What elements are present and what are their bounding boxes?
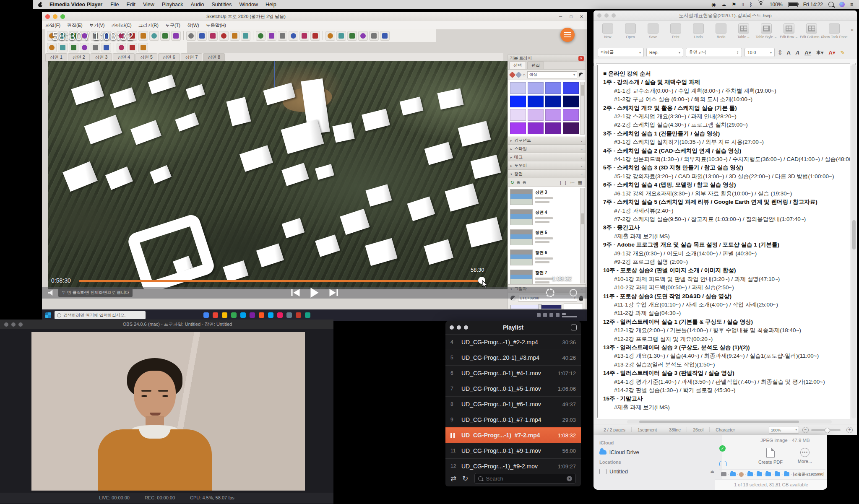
font-color-icon[interactable]: A▾ <box>828 49 837 56</box>
hwp-tool-new[interactable]: New <box>597 23 619 39</box>
tray-section-header[interactable]: ▸태그⌄ <box>508 153 586 161</box>
picture-in-picture-icon[interactable] <box>571 325 577 330</box>
forward-swatch-icon[interactable] <box>515 71 522 78</box>
shuffle-icon[interactable]: ⇄ <box>450 474 456 483</box>
tool-icon[interactable] <box>80 43 89 52</box>
playlist-search-field[interactable]: ▾ <box>474 473 576 484</box>
zoom-traffic-light[interactable] <box>18 322 23 327</box>
hwp-tool-edit-column[interactable]: Edit Column ⌄ <box>801 23 823 39</box>
battery-icon[interactable] <box>788 2 798 7</box>
menu-playback[interactable]: Playback <box>158 2 187 8</box>
style-dropdown[interactable]: 바탕글▾ <box>598 48 644 57</box>
taskbar-app-icon[interactable] <box>259 312 264 318</box>
tool-icon[interactable] <box>186 31 196 41</box>
tool-icon[interactable] <box>310 31 320 41</box>
color-swatch[interactable] <box>528 109 544 121</box>
underline-icon[interactable]: A▾ <box>803 49 812 56</box>
home-icon[interactable]: ⌂ <box>523 72 526 77</box>
airplay-icon[interactable] <box>570 289 577 296</box>
sketchup-menu-item[interactable]: 편집(E) <box>64 22 86 29</box>
action-create-pdf[interactable]: Create PDF <box>758 448 783 465</box>
wifi-icon[interactable] <box>758 2 764 7</box>
color-swatch[interactable] <box>528 96 544 107</box>
scene-tab[interactable]: 장면 7 <box>181 53 203 61</box>
taskbar-app-icon[interactable] <box>277 312 283 318</box>
windows-search-box[interactable]: 검색하려면 여기에 입력하십시오. <box>55 311 146 319</box>
color-swatch[interactable] <box>563 96 579 107</box>
tool-icon[interactable] <box>347 31 357 41</box>
sidebar-item-untitled[interactable]: Untitled⏏ <box>599 466 721 476</box>
tool-icon[interactable] <box>358 31 368 41</box>
menu-subtitles[interactable]: Subtitles <box>208 2 236 8</box>
zoom-traffic-light[interactable] <box>612 13 616 18</box>
finder-path-bar[interactable]: › › › › › › › › [권형준-21925998]21925998 권… <box>719 469 825 479</box>
tool-icon[interactable] <box>171 31 181 41</box>
materials-dropdown[interactable]: 색상▾ <box>527 71 577 78</box>
remove-scene-icon[interactable]: ⊖ <box>522 180 526 185</box>
tray-section-header[interactable]: ▸도우미⌄ <box>508 161 586 170</box>
effects-icon[interactable]: ✱▾ <box>815 49 825 56</box>
tool-icon[interactable] <box>241 31 250 41</box>
color-swatch[interactable] <box>563 109 579 121</box>
playlist-row[interactable]: 11UD_CG-Progr...0-1)_#9-1.mov56:00 <box>445 443 581 458</box>
tool-icon[interactable] <box>128 43 137 52</box>
cloud-icon[interactable]: ☁ <box>721 2 726 8</box>
repeat-icon[interactable]: ↻ <box>462 474 468 483</box>
menu-window[interactable]: Window <box>235 2 261 8</box>
rep-dropdown[interactable]: Rep.▾ <box>646 48 683 57</box>
taskbar-app-icon[interactable] <box>240 312 246 318</box>
notification-center-icon[interactable]: ≡ <box>850 2 853 8</box>
hwp-tool-table[interactable]: Table ⌄ <box>733 23 755 39</box>
font-size-dropdown[interactable]: 10.0▾ <box>744 48 775 57</box>
tray-tab-선택[interactable]: 선택 <box>509 61 526 69</box>
back-swatch-icon[interactable] <box>509 71 516 78</box>
tray-section-header[interactable]: ▸스타일⌄ <box>508 145 586 153</box>
horizontal-scrollbar[interactable] <box>627 420 832 423</box>
italic-icon[interactable]: A <box>794 49 801 56</box>
minimize-traffic-light[interactable] <box>604 13 609 18</box>
tool-icon[interactable] <box>208 31 218 41</box>
color-swatch[interactable] <box>528 82 544 94</box>
zoom-out-icon[interactable]: − <box>802 427 809 433</box>
webcam-preview[interactable] <box>31 332 305 491</box>
hwp-tool-print[interactable]: Print <box>665 23 687 39</box>
taskbar-app-icon[interactable] <box>231 312 237 318</box>
tool-icon[interactable] <box>102 43 111 52</box>
seek-bar[interactable] <box>79 280 482 282</box>
scene-tab[interactable]: 장면 4 <box>113 53 135 61</box>
hwp-tool-undo[interactable]: Undo <box>687 23 709 39</box>
sketchup-menu-item[interactable]: 카메라(C) <box>108 22 135 29</box>
tool-icon[interactable] <box>91 43 100 52</box>
taskbar-app-icon[interactable] <box>213 312 218 318</box>
scene-list-item[interactable]: 장면 3 <box>508 187 586 207</box>
zoom-in-icon[interactable]: + <box>846 427 853 433</box>
scene-tab[interactable]: 장면 5 <box>135 53 157 61</box>
taskbar-app-icon[interactable] <box>305 312 310 318</box>
zoom-dropdown[interactable]: 100%▾ <box>769 426 799 434</box>
search-input[interactable] <box>485 475 565 482</box>
vertical-scrollbar[interactable] <box>851 64 856 418</box>
playlist-row[interactable]: 8UD_CG-Progr...0-1)_#6-1.mov49:37 <box>445 396 581 412</box>
taskbar-app-icon[interactable] <box>250 312 255 318</box>
volume-icon[interactable] <box>48 290 54 296</box>
sidebar-item-icloud-drive[interactable]: iCloud Drive <box>599 447 721 457</box>
color-swatch[interactable] <box>528 122 544 134</box>
playlist-row[interactable]: 7UD_CG-Progr...0-1)_#5-1.mov1:06:06 <box>445 381 581 396</box>
hwp-tool-table-style[interactable]: Table Style ⌄ <box>755 23 777 39</box>
scene-list-item[interactable]: 장면 7 <box>508 268 586 285</box>
taskbar-app-icon[interactable] <box>268 312 273 318</box>
siri-icon[interactable] <box>839 2 845 7</box>
minimize-traffic-light[interactable] <box>53 14 57 19</box>
paint-icon[interactable] <box>579 73 583 77</box>
filter-icon[interactable]: ▾ <box>567 476 572 481</box>
tool-icon[interactable] <box>58 43 68 52</box>
tool-icon[interactable] <box>369 31 379 41</box>
tool-icon[interactable] <box>160 31 170 41</box>
tray-tab-편집[interactable]: 편집 <box>527 61 544 69</box>
refresh-scene-icon[interactable]: ↻ <box>510 180 514 185</box>
font-dropdown[interactable]: 휴먼고딕⇕ <box>686 48 742 57</box>
color-swatch[interactable] <box>545 109 561 121</box>
color-swatch[interactable] <box>545 122 561 134</box>
close-traffic-light[interactable] <box>4 322 8 327</box>
hwp-tool-save[interactable]: Save <box>642 23 664 39</box>
